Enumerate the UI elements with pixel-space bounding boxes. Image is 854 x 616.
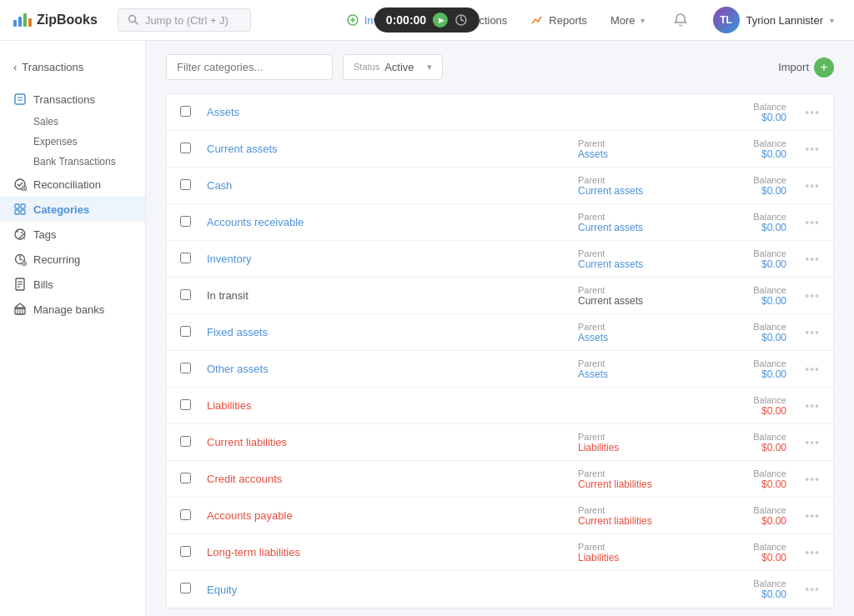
row-dots-button[interactable]: •••: [805, 326, 820, 339]
status-value: Active: [384, 61, 422, 73]
row-checkbox-input[interactable]: [180, 583, 191, 593]
row-parent: ParentAssets: [578, 138, 703, 160]
row-actions: •••: [786, 546, 820, 559]
row-balance: Balance$0.00: [703, 395, 786, 417]
sidebar-item-categories[interactable]: Categories: [0, 197, 145, 222]
row-name[interactable]: Current liabilities: [197, 436, 578, 448]
row-checkbox: [180, 289, 197, 303]
table-row: Fixed assetsParentAssetsBalance$0.00•••: [167, 314, 833, 351]
row-parent: ParentAssets: [578, 322, 703, 343]
row-checkbox-input[interactable]: [180, 546, 191, 557]
reconciliation-icon: [13, 178, 27, 191]
row-balance: Balance$0.00: [703, 138, 786, 160]
sidebar-item-expenses[interactable]: Expenses: [33, 132, 145, 152]
row-checkbox: [180, 546, 197, 559]
row-checkbox-input[interactable]: [180, 473, 191, 483]
table-row: LiabilitiesBalance$0.00•••: [167, 388, 833, 424]
row-actions: •••: [786, 106, 820, 119]
row-name[interactable]: Credit accounts: [197, 473, 578, 485]
filter-input[interactable]: [166, 54, 333, 80]
row-name[interactable]: Fixed assets: [197, 326, 578, 338]
table-row: Accounts payableParentCurrent liabilitie…: [167, 498, 833, 534]
row-name[interactable]: Equity: [197, 583, 578, 596]
row-checkbox-input[interactable]: [180, 399, 191, 410]
nav-more[interactable]: More ▾: [600, 9, 655, 32]
nav-reports[interactable]: Reports: [520, 8, 597, 32]
row-checkbox-input[interactable]: [180, 253, 191, 263]
row-name[interactable]: Inventory: [197, 253, 578, 265]
row-dots-button[interactable]: •••: [805, 179, 820, 193]
sidebar-item-bills[interactable]: Bills: [0, 272, 145, 297]
categories-table: AssetsBalance$0.00•••Current assetsParen…: [166, 93, 834, 608]
row-dots-button[interactable]: •••: [805, 473, 820, 486]
row-dots-button[interactable]: •••: [805, 436, 820, 449]
row-name[interactable]: Accounts receivable: [197, 216, 578, 228]
row-dots-button[interactable]: •••: [805, 253, 820, 266]
row-actions: •••: [786, 399, 820, 413]
row-dots-button[interactable]: •••: [805, 583, 820, 596]
svg-rect-21: [21, 210, 25, 214]
row-name[interactable]: Long-term liabilities: [197, 546, 578, 558]
sidebar-back-button[interactable]: ‹ Transactions: [0, 54, 145, 80]
more-chevron-icon: ▾: [640, 16, 645, 25]
sidebar-item-bank-transactions[interactable]: Bank Transactions: [33, 152, 145, 172]
row-parent: ParentCurrent assets: [578, 285, 703, 307]
logo[interactable]: ZipBooks: [13, 13, 98, 28]
row-checkbox-input[interactable]: [180, 363, 191, 373]
svg-point-24: [21, 232, 23, 233]
svg-line-4: [461, 20, 464, 21]
timer-play-button[interactable]: [433, 13, 448, 28]
sidebar-item-sales[interactable]: Sales: [33, 112, 145, 132]
row-name[interactable]: Other assets: [197, 363, 578, 375]
row-name[interactable]: Liabilities: [197, 399, 578, 412]
sidebar-sub-transactions: Sales Expenses Bank Transactions: [0, 112, 145, 172]
sidebar-item-recurring[interactable]: Recurring: [0, 247, 145, 272]
row-balance: Balance$0.00: [703, 432, 786, 453]
row-dots-button[interactable]: •••: [805, 363, 820, 376]
svg-rect-18: [15, 204, 19, 208]
notifications-button[interactable]: [668, 8, 693, 33]
sidebar-bank-transactions-label: Bank Transactions: [33, 156, 116, 168]
row-checkbox: [180, 509, 197, 523]
row-dots-button[interactable]: •••: [805, 289, 820, 303]
row-name[interactable]: Cash: [197, 179, 578, 192]
row-dots-button[interactable]: •••: [805, 509, 820, 523]
sidebar-tags-label: Tags: [33, 228, 56, 241]
row-checkbox: [180, 143, 197, 156]
row-balance: Balance$0.00: [703, 248, 786, 270]
table-row: CashParentCurrent assetsBalance$0.00•••: [167, 168, 833, 204]
row-name[interactable]: Accounts payable: [197, 509, 578, 522]
row-balance: Balance$0.00: [703, 505, 786, 527]
row-checkbox-input[interactable]: [180, 143, 191, 153]
table-row: Credit accountsParentCurrent liabilities…: [167, 461, 833, 498]
row-dots-button[interactable]: •••: [805, 399, 820, 413]
sidebar-item-reconciliation[interactable]: Reconciliation: [0, 172, 145, 197]
search-box[interactable]: Jump to (Ctrl + J): [118, 8, 251, 32]
row-dots-button[interactable]: •••: [805, 216, 820, 229]
row-checkbox-input[interactable]: [180, 216, 191, 227]
row-name[interactable]: Current assets: [197, 143, 578, 155]
sidebar-item-tags[interactable]: Tags: [0, 222, 145, 247]
row-dots-button[interactable]: •••: [805, 546, 820, 559]
user-chevron-icon: ▾: [830, 16, 834, 25]
row-checkbox-input[interactable]: [180, 436, 191, 447]
row-dots-button[interactable]: •••: [805, 106, 820, 119]
row-checkbox-input[interactable]: [180, 106, 191, 117]
row-dots-button[interactable]: •••: [805, 143, 820, 156]
sidebar-item-transactions[interactable]: Transactions: [0, 87, 145, 112]
sidebar-reconciliation-label: Reconciliation: [33, 178, 101, 191]
import-button[interactable]: Import +: [778, 58, 834, 78]
row-checkbox-input[interactable]: [180, 289, 191, 300]
row-checkbox-input[interactable]: [180, 179, 191, 190]
row-balance: Balance$0.00: [703, 578, 786, 600]
row-actions: •••: [786, 216, 820, 229]
row-name[interactable]: In transit: [197, 289, 578, 302]
status-dropdown[interactable]: Status Active ▾: [343, 54, 443, 80]
user-menu[interactable]: TL Tyrion Lannister ▾: [706, 3, 841, 37]
search-icon: [127, 13, 140, 27]
row-checkbox-input[interactable]: [180, 326, 191, 337]
sidebar-item-manage-banks[interactable]: Manage banks: [0, 297, 145, 322]
row-checkbox-input[interactable]: [180, 509, 191, 520]
row-name[interactable]: Assets: [197, 106, 578, 118]
table-row: Other assetsParentAssetsBalance$0.00•••: [167, 351, 833, 388]
